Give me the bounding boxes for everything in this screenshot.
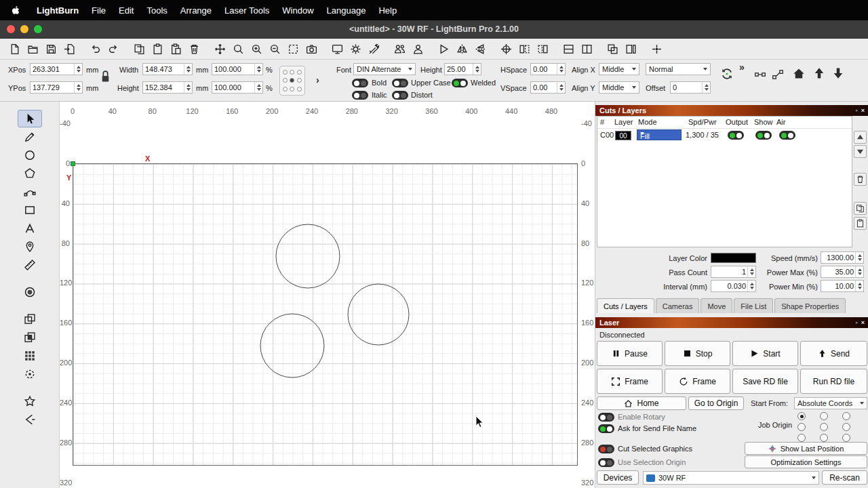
anchor-dot[interactable] [283,70,288,75]
undo-icon[interactable] [86,40,104,58]
start-from-dropdown[interactable]: Absolute Coords [794,397,867,409]
machine-settings-icon[interactable] [365,40,383,58]
device-select-dropdown[interactable]: 30W RF [643,471,819,485]
job-origin-radio-tc[interactable] [820,412,828,420]
move-up-icon[interactable] [812,66,826,80]
font-height-input[interactable]: 25.00 [444,63,481,75]
menu-window[interactable]: Window [282,5,313,16]
start-button[interactable]: Start [732,341,798,366]
preview-window-icon[interactable] [328,40,347,58]
laser-panel-header[interactable]: Laser ▫× [595,317,868,328]
edit-nodes-tool[interactable] [18,183,42,201]
power-max-input[interactable]: 35.00 [821,266,864,278]
layer-air-toggle[interactable] [779,131,795,140]
menu-edit[interactable]: Edit [119,5,134,16]
optimization-settings-button[interactable]: Optimization Settings [745,455,867,468]
anchor-dot[interactable] [290,87,294,92]
job-origin-radio-bc[interactable] [820,434,828,442]
devices-button[interactable]: Devices [597,470,639,485]
draw-lines-tool[interactable] [18,128,42,146]
layer-copy-button[interactable] [854,202,867,215]
polygon-tool[interactable] [18,165,42,182]
shape-circle[interactable] [348,284,409,345]
layer-show-toggle[interactable] [755,131,772,140]
offset-spinner[interactable] [702,82,710,93]
float-panel-icon[interactable]: ▫ [856,107,858,114]
welded-toggle[interactable] [452,79,468,87]
pattern-tool[interactable] [18,365,42,383]
align-y-dropdown[interactable]: Middle [599,81,639,94]
go-to-origin-button[interactable]: Go to Origin [688,396,744,410]
select-tool[interactable] [18,110,42,127]
machine-workspace[interactable] [73,163,578,466]
vspace-spinner[interactable] [557,82,565,93]
sync-fields-icon[interactable] [720,67,734,81]
text-style-dropdown[interactable]: Normal [646,63,711,75]
tab-cuts-layers[interactable]: Cuts / Layers [597,298,654,313]
layer-output-toggle[interactable] [728,131,744,140]
home-position-icon[interactable] [792,66,806,80]
job-origin-radio-mr[interactable] [842,423,850,431]
move-icon[interactable] [211,40,229,58]
tab-file-list[interactable]: File List [734,298,773,313]
menu-laser-tools[interactable]: Laser Tools [224,5,269,16]
weld-tool[interactable] [18,310,42,328]
anchor-dot[interactable] [297,70,302,75]
star-shape-tool[interactable] [18,392,42,410]
job-origin-radio-ml[interactable] [797,423,806,431]
dock-left-icon[interactable] [515,40,534,58]
xpos-spinner[interactable] [74,64,82,75]
hspace-spinner[interactable] [557,64,565,75]
upper-case-toggle[interactable] [392,79,408,87]
settings-icon[interactable] [347,40,365,58]
layer-move-down-button[interactable] [854,145,867,158]
zoom-window-button[interactable] [34,25,42,33]
font-dropdown[interactable]: DIN Alternate [353,63,416,75]
show-last-position-button[interactable]: Show Last Position [745,442,867,455]
hspace-input[interactable]: 0.00 [530,63,566,75]
position-laser-tool[interactable] [18,238,42,256]
job-origin-radio-mc[interactable] [820,423,828,431]
menu-file[interactable]: File [92,5,106,16]
offset-input[interactable]: 0 [670,81,711,94]
menu-language[interactable]: Language [327,5,366,16]
ellipse-tool[interactable] [18,146,42,164]
zoom-icon[interactable] [229,40,248,58]
ypos-spinner[interactable] [74,82,82,93]
anchor-dot[interactable] [297,78,302,83]
menu-help[interactable]: Help [378,5,397,16]
mirror-vertical-icon[interactable] [471,40,490,58]
menu-arrange[interactable]: Arrange [180,5,212,16]
layer-delete-button[interactable] [854,173,867,186]
minimize-window-button[interactable] [20,25,28,33]
shape-circle[interactable] [260,314,324,378]
xpos-input[interactable]: 263.301 [30,63,83,75]
snap-cursor-tool[interactable] [18,411,42,428]
interval-spinner[interactable] [747,281,755,291]
use-selection-origin-toggle[interactable] [598,458,614,467]
bold-toggle[interactable] [352,79,368,87]
boolean-tool[interactable] [18,329,42,346]
paste-in-place-icon[interactable] [167,40,185,58]
anchor-dot-selected[interactable] [290,78,294,83]
vspace-input[interactable]: 0.00 [530,81,566,94]
cut-selected-toggle[interactable] [598,445,614,453]
layer-list[interactable]: # Layer Mode Spd/Pwr Output Show Air C00… [597,116,852,247]
join-nodes-icon[interactable] [754,68,766,81]
array-tool[interactable] [18,347,42,365]
pass-count-input[interactable]: 1 [711,266,756,278]
split-vertical-icon[interactable] [578,40,596,58]
zoom-out-icon[interactable] [266,40,284,58]
paste-icon[interactable] [149,40,167,58]
layer-paste-button[interactable] [854,217,867,230]
height-spinner[interactable] [184,82,192,93]
menu-tools[interactable]: Tools [146,5,167,16]
width-percent-spinner[interactable] [254,64,262,75]
measure-tool[interactable] [18,256,42,274]
import-file-icon[interactable] [60,40,79,58]
open-file-icon[interactable] [24,40,42,58]
speed-spinner[interactable] [855,252,863,263]
width-input[interactable]: 148.473 [142,63,193,75]
frame-circle-button[interactable]: Frame [665,369,730,394]
float-panel-icon[interactable]: ▫ [856,319,858,326]
